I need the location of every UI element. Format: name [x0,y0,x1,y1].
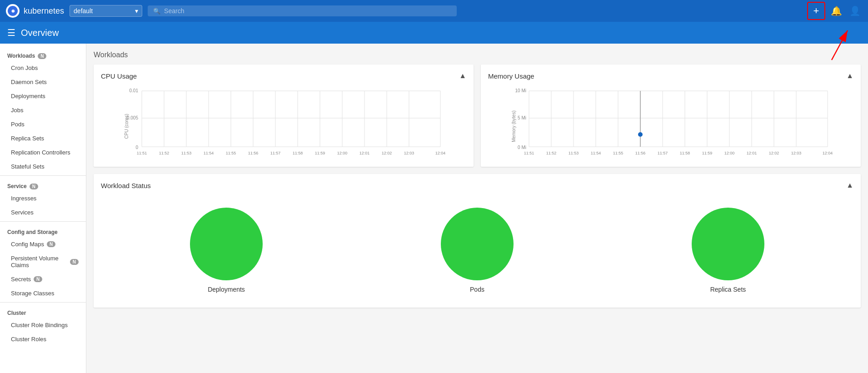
workload-status-title: Workload Status [101,182,151,189]
search-bar: 🔍 [148,5,457,16]
sidebar-item-jobs[interactable]: Jobs [0,103,86,117]
divider-3 [0,302,86,303]
svg-text:11:56: 11:56 [635,151,646,155]
deployments-status-item: Deployments [190,208,263,293]
top-nav: ⎈ kubernetes default ▾ 🔍 + 🔔 👤 [0,0,868,22]
memory-chart-area: 10 Mi 5 Mi 0 Mi Memory (bytes) [488,85,853,159]
deployments-label: Deployments [208,286,245,293]
logo-area: ⎈ kubernetes [5,4,64,18]
replica-sets-circle [692,208,764,280]
svg-text:11:51: 11:51 [137,151,147,155]
svg-text:11:51: 11:51 [524,151,534,155]
logo-text: kubernetes [24,6,64,16]
sidebar: Workloads N Cron Jobs Daemon Sets Deploy… [0,44,86,373]
svg-text:12:02: 12:02 [769,151,779,155]
svg-text:11:55: 11:55 [226,151,236,155]
svg-text:11:59: 11:59 [315,151,325,155]
svg-text:0 Mi: 0 Mi [518,145,526,150]
svg-text:11:57: 11:57 [270,151,281,155]
svg-text:11:52: 11:52 [546,151,557,155]
cpu-chart-title: CPU Usage [101,72,137,80]
sidebar-item-cron-jobs[interactable]: Cron Jobs [0,61,86,75]
svg-text:12:03: 12:03 [791,151,802,155]
svg-text:11:52: 11:52 [159,151,170,155]
sidebar-item-storage-classes[interactable]: Storage Classes [0,286,86,300]
svg-text:11:57: 11:57 [658,151,668,155]
search-input[interactable] [164,7,451,15]
svg-text:11:53: 11:53 [181,151,192,155]
page-title: Overview [21,28,59,38]
add-button[interactable]: + [807,2,825,20]
user-icon[interactable]: 👤 [848,4,863,18]
memory-chart-svg: 10 Mi 5 Mi 0 Mi Memory (bytes) [488,85,853,158]
sidebar-item-stateful-sets[interactable]: Stateful Sets [0,159,86,174]
svg-text:10 Mi: 10 Mi [515,88,526,93]
cpu-collapse-button[interactable]: ▲ [459,72,466,80]
sidebar-item-secrets[interactable]: Secrets N [0,272,86,286]
svg-text:11:59: 11:59 [702,151,713,155]
sidebar-item-replication-controllers[interactable]: Replication Controllers [0,145,86,159]
divider-1 [0,175,86,176]
replica-sets-label: Replica Sets [710,286,746,293]
sidebar-item-cluster-roles[interactable]: Cluster Roles [0,332,86,346]
content-area: Workloads CPU Usage ▲ 0.01 0.005 0 CPU (… [86,44,868,373]
status-collapse-button[interactable]: ▲ [846,181,853,189]
replica-sets-status-item: Replica Sets [692,208,764,293]
sidebar-item-config-maps[interactable]: Config Maps N [0,237,86,251]
namespace-selector[interactable]: default ▾ [70,5,142,17]
charts-grid: CPU Usage ▲ 0.01 0.005 0 CPU (cores) [94,65,861,167]
hamburger-icon[interactable]: ☰ [7,27,15,38]
sidebar-item-pvc[interactable]: Persistent Volume Claims N [0,251,86,272]
dropdown-arrow-icon: ▾ [135,7,138,15]
workload-status-card: Workload Status ▲ Deployments Pods Repli… [94,174,861,308]
cpu-chart-card: CPU Usage ▲ 0.01 0.005 0 CPU (cores) [94,65,474,167]
pods-label: Pods [470,286,484,293]
namespace-value: default [74,7,93,15]
search-icon: 🔍 [153,8,160,15]
cpu-chart-area: 0.01 0.005 0 CPU (cores) [101,85,466,159]
service-section-title: Service N [0,178,86,191]
svg-point-62 [638,132,643,137]
cpu-chart-svg: 0.01 0.005 0 CPU (cores) [101,85,466,158]
svg-text:Memory (bytes): Memory (bytes) [511,110,516,142]
config-maps-badge: N [47,241,55,247]
svg-text:11:58: 11:58 [680,151,690,155]
secrets-badge: N [34,276,42,282]
service-badge: N [30,184,38,189]
svg-text:11:53: 11:53 [569,151,579,155]
sidebar-item-cluster-role-bindings[interactable]: Cluster Role Bindings [0,318,86,332]
memory-chart-title: Memory Usage [488,72,534,80]
svg-text:12:03: 12:03 [404,151,414,155]
kubernetes-logo: ⎈ [5,4,20,18]
svg-text:0.01: 0.01 [130,88,139,93]
svg-text:12:01: 12:01 [359,151,370,155]
svg-text:11:55: 11:55 [613,151,624,155]
svg-text:11:54: 11:54 [591,151,601,155]
workloads-section-heading: Workloads [94,51,861,59]
memory-collapse-button[interactable]: ▲ [846,72,853,80]
status-card-header: Workload Status ▲ [101,181,853,189]
sidebar-item-replica-sets[interactable]: Replica Sets [0,131,86,145]
sidebar-item-deployments[interactable]: Deployments [0,89,86,103]
svg-text:5 Mi: 5 Mi [518,115,526,120]
notifications-icon[interactable]: 🔔 [829,4,844,18]
main-layout: Workloads N Cron Jobs Daemon Sets Deploy… [0,44,868,373]
sidebar-item-ingresses[interactable]: Ingresses [0,191,86,205]
sidebar-item-services[interactable]: Services [0,205,86,219]
svg-text:12:00: 12:00 [337,151,348,155]
svg-text:CPU (cores): CPU (cores) [124,114,129,139]
svg-text:0: 0 [135,145,138,150]
svg-text:11:54: 11:54 [204,151,214,155]
pods-status-item: Pods [441,208,514,293]
secondary-nav: ☰ Overview [0,22,868,44]
svg-text:12:04: 12:04 [435,151,446,155]
svg-text:12:00: 12:00 [724,151,735,155]
workloads-badge: N [38,53,46,59]
divider-2 [0,221,86,222]
sidebar-item-daemon-sets[interactable]: Daemon Sets [0,75,86,89]
pods-circle [441,208,514,280]
status-circles-container: Deployments Pods Replica Sets [101,200,853,300]
memory-chart-header: Memory Usage ▲ [488,72,853,80]
memory-chart-card: Memory Usage ▲ 10 Mi 5 Mi 0 Mi Memory (b… [481,65,861,167]
sidebar-item-pods[interactable]: Pods [0,117,86,131]
